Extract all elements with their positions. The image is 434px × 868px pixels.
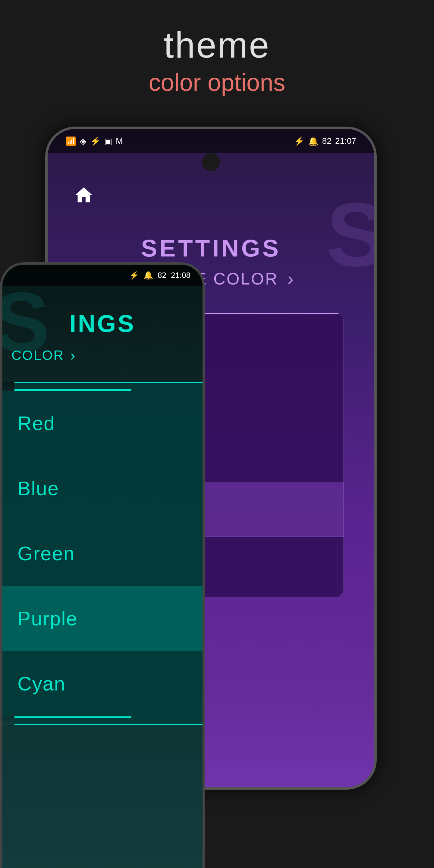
wifi-icon: ◈	[80, 136, 87, 146]
page-subtitle: color options	[0, 69, 434, 96]
watermark-left: S	[2, 280, 45, 364]
phone-left: ⚡ 🔔 82 21:08 S INGS COLOR › Red Blue Gre…	[0, 262, 205, 868]
chevron-right-icon: ›	[287, 268, 293, 289]
color-option-purple-left[interactable]: Purple	[2, 586, 203, 651]
color-dropdown-left: Red Blue Green Purple Cyan	[2, 382, 203, 725]
color-option-red-left[interactable]: Red	[2, 391, 203, 456]
status-right-right: ⚡ 🔔 82 21:07	[294, 136, 356, 146]
bell-icon-left: 🔔	[144, 271, 153, 280]
color-option-green-left[interactable]: Green	[2, 521, 203, 586]
phones-container: 📶 ◈ ⚡ ▣ M ⚡ 🔔 82 21:07	[0, 127, 434, 850]
camera-notch-right	[202, 153, 220, 171]
battery-text-left: 82	[158, 271, 166, 280]
home-svg	[73, 185, 94, 206]
page-title: theme	[0, 24, 434, 66]
status-left-right: 📶 ◈ ⚡ ▣ M	[66, 136, 123, 146]
chevron-right-icon-left: ›	[70, 347, 75, 364]
home-icon[interactable]	[72, 183, 96, 207]
battery-text: 82	[322, 136, 332, 146]
color-option-blue-left[interactable]: Blue	[2, 456, 203, 521]
settings-title-right: SETTINGS	[48, 235, 374, 262]
bt-icon-left: ⚡	[129, 271, 139, 280]
bt-status-icon: ⚡	[294, 136, 304, 146]
time-text-left: 21:08	[171, 271, 190, 280]
time-text: 21:07	[335, 136, 356, 146]
bell-icon: 🔔	[308, 136, 318, 146]
watermark-right: S	[326, 189, 374, 280]
page-header: theme color options	[0, 0, 434, 115]
usb-icon: ⚡	[90, 136, 101, 146]
mail-icon: M	[116, 136, 123, 146]
notification-icon: 📶	[66, 136, 76, 146]
color-option-cyan-left[interactable]: Cyan	[2, 651, 203, 716]
bt-icon: ▣	[104, 136, 112, 146]
bottom-gradient-left	[2, 863, 203, 868]
status-bar-right: 📶 ◈ ⚡ ▣ M ⚡ 🔔 82 21:07	[48, 129, 374, 153]
accent-bottom-left	[11, 716, 131, 718]
